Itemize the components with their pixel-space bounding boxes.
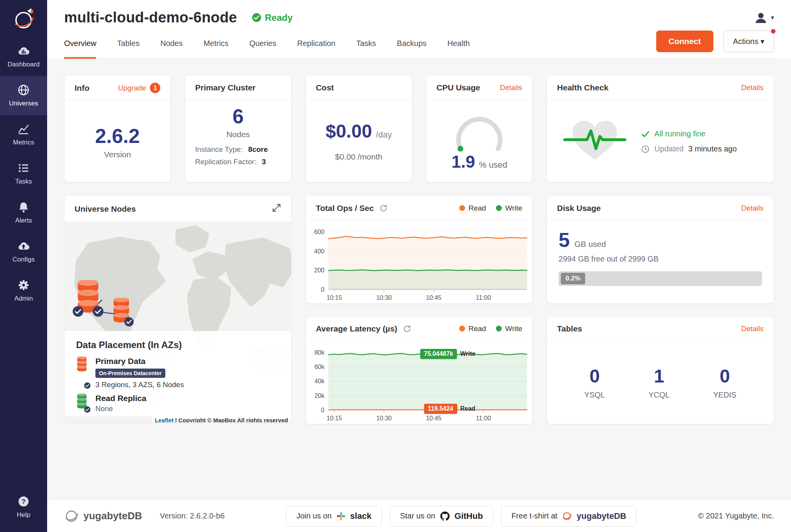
footer-version: Version: 2.6.2.0-b6 [160,512,225,520]
write-latency-value: 75.04487k [420,349,457,359]
sidebar-label-metrics: Metrics [13,139,34,146]
map-expand-button[interactable] [272,203,281,214]
sidebar-label-tasks: Tasks [15,178,32,185]
sidebar-item-alerts[interactable]: Alerts [0,193,47,232]
status-text: Ready [265,12,293,23]
cpu-usage-title: CPU Usage [436,83,480,92]
replica-db-check-icon [84,406,91,413]
actions-label: Actions [733,37,759,46]
tab-nodes[interactable]: Nodes [160,29,183,59]
slack-prefix: Join us on [296,512,331,520]
footer-brand: yugabyteDB [64,509,142,524]
heartbeat-icon [560,116,630,167]
expand-icon [272,203,281,212]
yedis-count: 0 [713,365,737,387]
instance-type-label: Instance Type: [195,145,243,154]
app-root: Dashboard Universes Metrics Tasks [0,0,791,532]
svg-text:10:15: 10:15 [326,294,342,301]
node-marker-secondary[interactable] [112,298,131,323]
sidebar-label-help: Help [17,511,31,519]
svg-text:10:30: 10:30 [376,415,392,422]
map-attribution: Leaflet | Copyright © MapBox All rights … [152,416,291,423]
primary-cluster-card: Primary Cluster 6 Nodes Instance Type: 8… [185,75,291,182]
actions-button[interactable]: Actions ▾ [723,31,774,52]
sidebar-label-admin: Admin [14,295,33,303]
tasks-list-icon [17,162,30,174]
ysql-count: 0 [584,365,605,387]
tab-metrics[interactable]: Metrics [204,29,228,59]
disk-used-value: 5 [558,228,570,252]
status-badge: Ready [252,12,293,23]
cost-card: Cost $0.00 /day $0.00 /month [306,75,412,182]
cpu-details-link[interactable]: Details [500,83,522,92]
tab-queries[interactable]: Queries [249,29,276,59]
data-placement-panel: Data Placement (In AZs) Primary Data On-… [65,331,291,416]
cost-per-month: $0.00 /month [335,152,383,161]
mapbox-copyright: | Copyright © MapBox All rights reserved [173,417,288,423]
slack-label: slack [350,511,372,521]
connect-button[interactable]: Connect [656,31,713,52]
cpu-gauge-indicator [458,146,463,151]
replication-factor-label: Replication Factor: [195,158,256,166]
health-details-link[interactable]: Details [741,83,764,92]
health-check-title: Health Check [557,83,608,92]
cost-per-day-unit: /day [376,130,392,140]
tab-overview[interactable]: Overview [64,29,96,59]
primary-data-label: Primary Data [95,357,184,366]
tab-health[interactable]: Health [447,29,470,59]
user-menu[interactable]: ▾ [754,11,774,25]
version-value: 2.6.2 [95,125,140,147]
tshirt-button[interactable]: Free t-shirt at yugabyteDB [501,506,637,527]
tab-tables[interactable]: Tables [117,29,139,59]
tab-tasks[interactable]: Tasks [356,29,376,59]
tab-replication[interactable]: Replication [297,29,335,59]
svg-text:10:30: 10:30 [376,294,392,301]
metrics-chart-icon [17,123,30,135]
cpu-usage-card: CPU Usage Details 1.9 % used [426,75,533,182]
node-check-icon [92,306,104,317]
yedis-count-cell: 0 YEDIS [713,365,737,399]
sidebar-item-admin[interactable]: Admin [0,271,47,310]
slack-icon [336,512,346,521]
tables-details-link[interactable]: Details [741,325,764,333]
total-ops-chart: 600400200010:1510:3010:4511:00 [306,221,533,303]
slack-button[interactable]: Join us on slack [286,506,382,527]
github-icon [440,511,450,521]
avg-latency-title: Average Latency (µs) [316,324,397,333]
user-avatar-icon [754,11,768,25]
sidebar-item-configs[interactable]: Configs [0,232,47,271]
main-content: Info Upgrade 1 2.6.2 Version [47,59,791,500]
page-title: multi-cloud-demo-6node [64,9,237,26]
sidebar-item-tasks[interactable]: Tasks [0,154,47,193]
svg-text:10:45: 10:45 [426,294,441,301]
disk-percent-chip: 0.2% [561,273,585,284]
universe-nodes-title: Universe Nodes [75,204,136,214]
node-marker-primary[interactable] [75,280,101,313]
yugabyte-logo[interactable] [11,6,36,33]
read-latency-annotation: 119.5424 Read [424,404,475,414]
sidebar-item-universes[interactable]: Universes [0,76,47,115]
tables-card: Tables Details 0 YSQL 1 YCQL [547,316,774,424]
refresh-icon[interactable] [379,204,388,212]
total-ops-title: Total Ops / Sec [316,204,374,213]
sidebar-item-metrics[interactable]: Metrics [0,115,47,154]
disk-details-link[interactable]: Details [741,204,764,212]
upgrade-link[interactable]: Upgrade 1 [118,83,160,93]
footer-copyright: © 2021 Yugabyte, Inc. [698,512,774,520]
tab-bar: Overview Tables Nodes Metrics Queries Re… [64,29,774,59]
map-canvas[interactable]: Data Placement (In AZs) Primary Data On-… [65,222,291,423]
svg-text:10:15: 10:15 [326,415,342,422]
data-placement-title: Data Placement (In AZs) [76,340,280,350]
sidebar-item-dashboard[interactable]: Dashboard [0,37,47,76]
github-button[interactable]: Star us on GitHub [390,506,494,527]
sidebar-item-help[interactable]: ? Help [0,488,47,527]
svg-text:10:45: 10:45 [426,415,441,422]
avg-latency-card: Average Latency (µs) Read Write [306,316,533,424]
sidebar-label-universes: Universes [9,100,38,107]
leaflet-link[interactable]: Leaflet [155,417,173,423]
legend-read-label: Read [468,325,486,333]
read-latency-value: 119.5424 [424,404,457,414]
instance-type-value: 8core [248,145,268,154]
tab-backups[interactable]: Backups [397,29,427,59]
refresh-icon[interactable] [403,325,411,333]
